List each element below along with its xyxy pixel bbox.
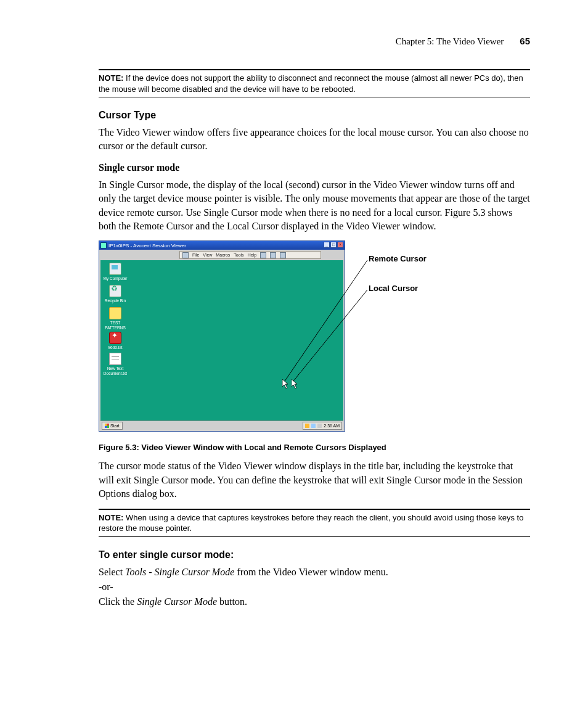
para-after-figure: The cursor mode status of the Video View… <box>99 459 530 501</box>
desktop-icon-bitfile[interactable]: 9600.bit <box>103 332 128 350</box>
window-title: IP1x0IPS - Avocent Session Viewer <box>108 243 186 248</box>
start-button[interactable]: Start <box>102 422 123 430</box>
remote-desktop: My Computer Recycle Bin TEST PATTERNS 96… <box>100 260 343 424</box>
note-text: If the device does not support the abili… <box>99 73 523 94</box>
step-line-2: Click the Single Cursor Mode button. <box>99 595 530 609</box>
icon-label: Recycle Bin <box>105 298 126 303</box>
app-icon <box>100 242 107 248</box>
menu-path: Tools - Single Cursor Mode <box>125 567 234 577</box>
text-file-icon <box>109 353 121 365</box>
running-header: Chapter 5: The Video Viewer 65 <box>99 36 530 47</box>
text: Click the <box>99 596 137 607</box>
menu-tools[interactable]: Tools <box>234 253 243 257</box>
taskbar: Start 2:36 AM <box>100 421 343 430</box>
toolbar-icon-3[interactable] <box>280 252 286 258</box>
tray-icon[interactable] <box>305 424 309 428</box>
text: from the Video Viewer window menu. <box>234 567 388 577</box>
icon-label: TEST PATTERNS <box>105 321 126 329</box>
figure-caption: Figure 5.3: Video Viewer Window with Loc… <box>99 443 530 452</box>
text: Select <box>99 567 125 577</box>
chapter-title: Chapter 5: The Video Viewer <box>396 36 504 47</box>
computer-icon <box>109 263 121 275</box>
icon-label: My Computer <box>103 276 127 281</box>
note-text: When using a device that captures keystr… <box>99 513 523 533</box>
heading-enter-single-cursor: To enter single cursor mode: <box>99 549 530 560</box>
step-line-1: Select Tools - Single Cursor Mode from t… <box>99 565 530 579</box>
tray-speaker-icon[interactable] <box>317 424 322 428</box>
desktop-icon-folder[interactable]: TEST PATTERNS <box>103 307 128 329</box>
heading-single-cursor: Single cursor mode <box>99 162 530 173</box>
page-content: Chapter 5: The Video Viewer 65 NOTE: If … <box>99 36 530 617</box>
heading-cursor-type: Cursor Type <box>99 110 530 121</box>
menu-file[interactable]: File <box>192 253 199 257</box>
note-label: NOTE: <box>99 513 123 522</box>
tray-icon[interactable] <box>311 424 316 428</box>
step-or: -or- <box>99 580 530 594</box>
note-label: NOTE: <box>99 73 123 83</box>
svg-marker-0 <box>282 379 288 388</box>
file-icon <box>109 332 121 344</box>
page-number: 65 <box>520 36 530 46</box>
menu-help[interactable]: Help <box>248 253 256 257</box>
menu-app-icon <box>182 252 189 258</box>
start-label: Start <box>110 424 120 428</box>
svg-marker-1 <box>292 379 297 388</box>
button-name: Single Cursor Mode <box>137 596 217 607</box>
toolbar-icon-2[interactable] <box>270 252 276 258</box>
icon-label: New Text Document.txt <box>104 366 127 375</box>
figure-5-3: IP1x0IPS - Avocent Session Viewer _ □ × … <box>99 240 530 438</box>
menubar: File View Macros Tools Help <box>179 251 321 259</box>
annotation-remote-cursor: Remote Cursor <box>369 254 427 263</box>
window-titlebar: IP1x0IPS - Avocent Session Viewer _ □ × <box>99 241 345 250</box>
recycle-icon <box>109 285 121 297</box>
icon-label: 9600.bit <box>108 345 122 350</box>
note-rule-bottom <box>99 97 530 97</box>
para-cursor-type: The Video Viewer window offers five appe… <box>99 126 530 154</box>
system-tray: 2:36 AM <box>303 422 342 430</box>
menu-macros[interactable]: Macros <box>216 253 230 257</box>
windows-flag-icon <box>105 424 109 428</box>
close-icon[interactable]: × <box>337 242 343 248</box>
desktop-icon-mycomputer[interactable]: My Computer <box>103 263 128 281</box>
note-2: NOTE: When using a device that captures … <box>99 512 530 534</box>
toolbar-icon-1[interactable] <box>260 252 266 258</box>
viewer-window: IP1x0IPS - Avocent Session Viewer _ □ × … <box>99 240 345 432</box>
annotation-local-cursor: Local Cursor <box>369 284 418 293</box>
note-1: NOTE: If the device does not support the… <box>99 73 530 94</box>
toolbar-area: File View Macros Tools Help <box>99 250 345 260</box>
text: button. <box>217 596 247 607</box>
clock: 2:36 AM <box>324 424 340 428</box>
desktop-icon-recycle[interactable]: Recycle Bin <box>103 285 128 303</box>
note2-rule-top <box>99 509 530 510</box>
menu-view[interactable]: View <box>203 253 212 257</box>
window-buttons: _ □ × <box>324 242 343 248</box>
note2-rule-bottom <box>99 536 530 537</box>
folder-icon <box>109 307 121 319</box>
desktop-icon-textfile[interactable]: New Text Document.txt <box>103 353 128 375</box>
minimize-icon[interactable]: _ <box>324 242 330 248</box>
para-single-cursor: In Single Cursor mode, the display of th… <box>99 178 530 234</box>
maximize-icon[interactable]: □ <box>330 242 337 248</box>
note-rule-top <box>99 69 530 70</box>
